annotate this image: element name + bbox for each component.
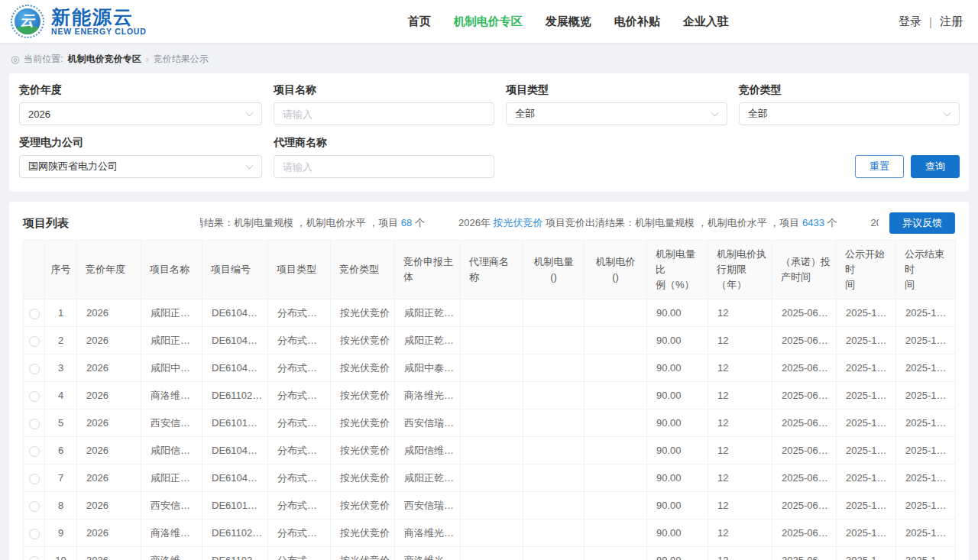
cell-pubstart: 2025-12-04 bbox=[837, 547, 896, 560]
row-select-radio[interactable] bbox=[29, 419, 40, 429]
bid-year-select[interactable]: 2026 bbox=[19, 102, 262, 125]
cell-radio bbox=[24, 520, 45, 547]
row-select-radio[interactable] bbox=[29, 556, 40, 560]
nav-item-development-overview[interactable]: 发展概览 bbox=[546, 15, 591, 29]
table-row: 72026咸阳正乾泰...DE610425...分布式光伏按光伏竞价咸阳正乾泰.… bbox=[24, 465, 956, 492]
cell-seq: 9 bbox=[45, 520, 77, 547]
cell-name: 商洛维光浩... bbox=[141, 520, 202, 547]
cell-ptype: 分布式光伏 bbox=[268, 437, 331, 465]
table-row: 52026西安信瑞新...DE610125...分布式光伏按光伏竞价西安信瑞新.… bbox=[24, 409, 956, 437]
cell-code: DE6110250... bbox=[202, 382, 268, 409]
top-header: 新能源云 NEW ENERGY CLOUD 首页 机制电价专区 发展概览 电价补… bbox=[0, 0, 978, 43]
register-link[interactable]: 注册 bbox=[940, 15, 963, 29]
cell-seq: 2 bbox=[45, 327, 77, 354]
login-link[interactable]: 登录 bbox=[899, 15, 921, 29]
cell-agent bbox=[461, 382, 523, 409]
breadcrumb-section[interactable]: 机制电价竞价专区 bbox=[68, 53, 141, 66]
column-header-term: 机制电价执 行期限 （年） bbox=[708, 241, 772, 299]
filter-bid-year-label: 竞价年度 bbox=[19, 83, 262, 97]
cell-code: DE610425... bbox=[202, 354, 268, 382]
objection-feedback-button[interactable]: 异议反馈 bbox=[889, 212, 955, 234]
cell-energy bbox=[523, 437, 585, 465]
agent-name-input-box bbox=[274, 155, 494, 178]
table-row: 32026咸阳中泰信...DE610425...分布式光伏按光伏竞价咸阳中泰信.… bbox=[24, 354, 956, 382]
bid-type-value: 全部 bbox=[748, 107, 768, 121]
reset-button[interactable]: 重置 bbox=[855, 155, 904, 178]
cell-subject: 咸阳信维美... bbox=[395, 437, 461, 465]
power-company-select[interactable]: 国网陕西省电力公司 bbox=[19, 155, 262, 178]
cell-pubend: 2025-12-08 bbox=[896, 327, 956, 354]
cell-price bbox=[585, 409, 647, 437]
row-select-radio[interactable] bbox=[29, 529, 40, 539]
nav-item-mechanism-price-zone[interactable]: 机制电价专区 bbox=[454, 15, 523, 29]
cell-seq: 5 bbox=[45, 409, 77, 437]
row-select-radio[interactable] bbox=[29, 364, 40, 374]
cell-agent bbox=[461, 492, 523, 520]
filter-bid-year: 竞价年度 2026 bbox=[19, 83, 262, 125]
chevron-down-icon bbox=[246, 162, 254, 170]
cell-ratio: 90.00 bbox=[647, 299, 708, 327]
cell-seq: 6 bbox=[45, 437, 77, 465]
cell-ratio: 90.00 bbox=[647, 547, 708, 560]
query-button[interactable]: 查询 bbox=[911, 155, 960, 178]
breadcrumb-separator-icon: › bbox=[146, 54, 149, 65]
chevron-down-icon bbox=[944, 109, 951, 117]
cell-term: 12 bbox=[708, 299, 772, 327]
cell-pubstart: 2025-12-04 bbox=[837, 492, 896, 520]
filter-power-company-label: 受理电力公司 bbox=[19, 136, 262, 150]
cell-prod: 2025-06-06 bbox=[772, 465, 837, 492]
ticker-year-b: 2026年 bbox=[458, 217, 494, 228]
cell-code: DE610425... bbox=[202, 299, 268, 327]
cell-ptype: 分布式光伏 bbox=[268, 520, 331, 547]
cell-term: 12 bbox=[708, 547, 772, 560]
breadcrumb: ◎ 当前位置: 机制电价竞价专区 › 竞价结果公示 bbox=[0, 43, 978, 73]
cell-btype: 按光伏竞价 bbox=[331, 299, 395, 327]
filter-project-type: 项目类型 全部 bbox=[506, 83, 727, 125]
nav-item-enterprise-entry[interactable]: 企业入驻 bbox=[683, 15, 729, 29]
project-type-select[interactable]: 全部 bbox=[506, 102, 727, 125]
cell-code: DE610125... bbox=[202, 409, 268, 437]
cell-subject: 商洛维光浩... bbox=[395, 520, 461, 547]
row-select-radio[interactable] bbox=[29, 336, 40, 347]
project-name-input[interactable] bbox=[283, 108, 474, 120]
cell-year: 2026 bbox=[77, 382, 141, 409]
cell-ratio: 90.00 bbox=[647, 327, 708, 354]
cell-ratio: 90.00 bbox=[647, 354, 708, 382]
cell-agent bbox=[461, 465, 523, 492]
cell-code: DE610425... bbox=[202, 465, 268, 492]
nav-item-home[interactable]: 首页 bbox=[408, 15, 431, 29]
cell-pubstart: 2025-12-04 bbox=[837, 437, 896, 465]
nav-item-price-subsidy[interactable]: 电价补贴 bbox=[614, 15, 660, 29]
cell-agent bbox=[461, 409, 523, 437]
logo-text: 新能源云 NEW ENERGY CLOUD bbox=[51, 7, 147, 36]
cell-pubstart: 2025-12-04 bbox=[837, 327, 896, 354]
cell-name: 咸阳正乾泰... bbox=[141, 327, 202, 354]
logo[interactable]: 新能源云 NEW ENERGY CLOUD bbox=[11, 5, 147, 38]
project-type-value: 全部 bbox=[515, 107, 535, 121]
row-select-radio[interactable] bbox=[29, 474, 40, 484]
row-select-radio[interactable] bbox=[29, 446, 40, 457]
column-header-radio bbox=[24, 241, 45, 299]
cell-term: 12 bbox=[708, 492, 772, 520]
pv-bid-link[interactable]: 按光伏竞价 bbox=[493, 217, 542, 228]
agent-name-input[interactable] bbox=[283, 161, 474, 173]
cell-price bbox=[585, 327, 647, 354]
breadcrumb-prefix: 当前位置: bbox=[24, 53, 63, 66]
cell-term: 12 bbox=[708, 409, 772, 437]
row-select-radio[interactable] bbox=[29, 309, 40, 319]
cell-btype: 按光伏竞价 bbox=[331, 520, 395, 547]
row-select-radio[interactable] bbox=[29, 501, 40, 512]
cell-energy bbox=[523, 492, 585, 520]
project-table: 序号竞价年度项目名称项目编号项目类型竞价类型竞价申报主 体代理商名称机制电量 (… bbox=[23, 240, 956, 560]
column-header-pubstart: 公示开始时 间 bbox=[837, 241, 896, 299]
table-row: 82026西安信瑞新...DE610125...分布式光伏按光伏竞价西安信瑞新.… bbox=[24, 492, 956, 520]
bid-type-select[interactable]: 全部 bbox=[739, 102, 960, 125]
cell-ptype: 分布式光伏 bbox=[268, 299, 331, 327]
row-select-radio[interactable] bbox=[29, 391, 40, 402]
table-row: 42026商洛维光浩...DE6110250...分布式光伏按光伏竞价商洛维光浩… bbox=[24, 382, 956, 409]
cell-btype: 按光伏竞价 bbox=[331, 409, 395, 437]
cell-agent bbox=[461, 547, 523, 560]
auth-divider: | bbox=[929, 15, 932, 28]
column-header-year: 竞价年度 bbox=[77, 241, 141, 299]
cell-term: 12 bbox=[708, 354, 772, 382]
